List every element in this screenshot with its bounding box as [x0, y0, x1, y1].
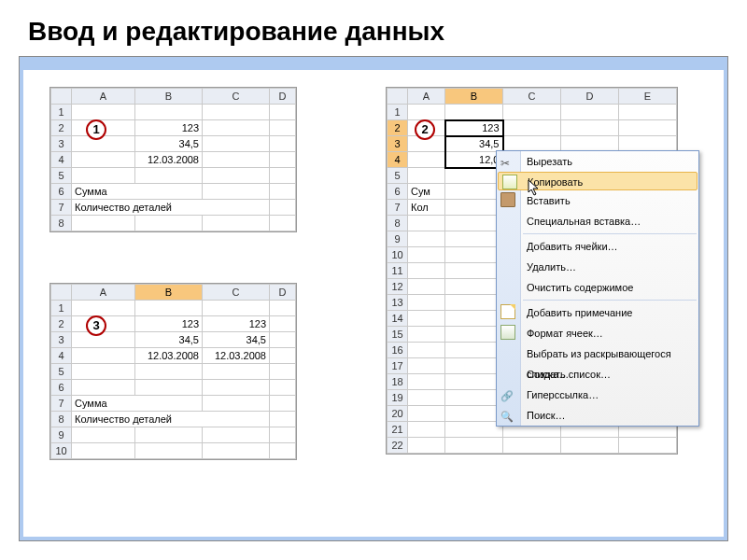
- col-header-a[interactable]: A: [408, 89, 445, 105]
- row-header[interactable]: 6: [51, 184, 72, 200]
- col-header-a[interactable]: A: [72, 89, 135, 105]
- menu-label: Специальная вставка…: [527, 216, 641, 227]
- cell[interactable]: Количество деталей: [72, 200, 270, 216]
- cell-selected[interactable]: 123: [445, 120, 503, 136]
- select-all[interactable]: [388, 89, 408, 105]
- row-header[interactable]: 10: [388, 247, 408, 263]
- cut-icon: [500, 153, 515, 168]
- row-header[interactable]: 3: [388, 136, 408, 152]
- col-header-e[interactable]: E: [619, 89, 677, 105]
- row-header[interactable]: 8: [51, 412, 72, 427]
- cell[interactable]: 123: [135, 120, 203, 136]
- cell[interactable]: 34,5: [135, 332, 203, 348]
- col-header-c[interactable]: C: [203, 285, 270, 301]
- callout-badge-1: 1: [86, 119, 106, 140]
- menu-item-create-list[interactable]: Создать список…: [497, 364, 698, 385]
- row-header[interactable]: 2: [51, 316, 72, 332]
- menu-item-pick-from-list[interactable]: Выбрать из раскрывающегося списка…: [497, 343, 698, 364]
- cell[interactable]: 12.03.2008: [135, 348, 203, 364]
- format-cells-icon: [500, 325, 515, 340]
- row-header[interactable]: 9: [388, 231, 408, 247]
- row-header[interactable]: 8: [51, 216, 72, 231]
- row-header[interactable]: 1: [388, 105, 408, 120]
- grid[interactable]: A B C D 1 2123123 334,534,5 412.03.20081…: [50, 284, 296, 459]
- row-header[interactable]: 6: [388, 184, 408, 200]
- row-header[interactable]: 5: [388, 168, 408, 184]
- row-header[interactable]: 5: [51, 168, 72, 184]
- grid[interactable]: A B C D 1 2123 334,5 412.03.2008 5 6Сумм…: [50, 88, 296, 231]
- row-header[interactable]: 5: [51, 364, 72, 380]
- menu-item-cut[interactable]: Вырезать: [497, 151, 698, 172]
- select-all[interactable]: [51, 89, 72, 105]
- menu-item-find[interactable]: Поиск…: [497, 405, 698, 426]
- row-header[interactable]: 21: [388, 422, 408, 438]
- menu-label: Поиск…: [527, 410, 565, 421]
- menu-item-comment[interactable]: Добавить примечание: [497, 302, 698, 323]
- row-header[interactable]: 7: [51, 200, 72, 216]
- menu-label: Вставить: [527, 195, 571, 206]
- menu-label: Вырезать: [527, 156, 572, 167]
- col-header-a[interactable]: A: [72, 285, 135, 301]
- select-all[interactable]: [51, 285, 72, 301]
- menu-item-insert-cells[interactable]: Добавить ячейки…: [497, 236, 698, 257]
- row-header[interactable]: 4: [388, 152, 408, 168]
- row-header[interactable]: 6: [51, 380, 72, 396]
- callout-badge-2: 2: [415, 119, 435, 140]
- row-header[interactable]: 7: [388, 200, 408, 216]
- col-header-d[interactable]: D: [561, 89, 619, 105]
- row-header[interactable]: 2: [51, 120, 72, 136]
- menu-item-clear[interactable]: Очистить содержимое: [497, 277, 698, 298]
- menu-item-hyperlink[interactable]: Гиперссылка…: [497, 385, 698, 405]
- row-header[interactable]: 22: [388, 438, 408, 454]
- row-header[interactable]: 15: [388, 327, 408, 343]
- row-header[interactable]: 13: [388, 295, 408, 311]
- cell[interactable]: 12,0: [445, 152, 503, 168]
- row-header[interactable]: 17: [388, 358, 408, 374]
- col-header-b[interactable]: B: [135, 89, 203, 105]
- col-header-c[interactable]: C: [203, 89, 270, 105]
- col-header-d[interactable]: D: [270, 285, 296, 301]
- col-header-b[interactable]: B: [445, 89, 503, 105]
- menu-item-paste-special[interactable]: Специальная вставка…: [497, 211, 698, 231]
- cell[interactable]: Кол: [408, 200, 445, 216]
- row-header[interactable]: 16: [388, 343, 408, 358]
- cell[interactable]: 34,5: [445, 136, 503, 152]
- row-header[interactable]: 20: [388, 406, 408, 422]
- menu-item-delete[interactable]: Удалить…: [497, 257, 698, 277]
- menu-separator: [523, 233, 697, 234]
- row-header[interactable]: 1: [51, 105, 72, 120]
- row-header[interactable]: 18: [388, 374, 408, 390]
- col-header-c[interactable]: C: [503, 89, 561, 105]
- row-header[interactable]: 4: [51, 152, 72, 168]
- row-header[interactable]: 3: [51, 332, 72, 348]
- hyperlink-icon: [500, 386, 515, 401]
- cell[interactable]: Сум: [408, 184, 445, 200]
- col-header-b[interactable]: B: [135, 285, 203, 301]
- row-header[interactable]: 2: [388, 120, 408, 136]
- page-title: Ввод и редактирование данных: [0, 0, 747, 56]
- cell[interactable]: Сумма: [72, 396, 203, 412]
- menu-item-format-cells[interactable]: Формат ячеек…: [497, 323, 698, 343]
- cell[interactable]: 123: [135, 316, 203, 332]
- cell[interactable]: 123: [203, 316, 270, 332]
- cell[interactable]: Сумма: [72, 184, 203, 200]
- context-menu: Вырезать Копировать Вставить Специальная…: [496, 150, 699, 427]
- cell[interactable]: Количество деталей: [72, 412, 270, 427]
- row-header[interactable]: 7: [51, 396, 72, 412]
- row-header[interactable]: 9: [51, 427, 72, 443]
- row-header[interactable]: 10: [51, 443, 72, 459]
- row-header[interactable]: 19: [388, 390, 408, 406]
- row-header[interactable]: 1: [51, 301, 72, 316]
- row-header[interactable]: 12: [388, 279, 408, 295]
- row-header[interactable]: 14: [388, 311, 408, 327]
- col-header-d[interactable]: D: [270, 89, 296, 105]
- row-header[interactable]: 8: [388, 216, 408, 231]
- cell[interactable]: 34,5: [135, 136, 203, 152]
- row-header[interactable]: 3: [51, 136, 72, 152]
- cell[interactable]: 12.03.2008: [203, 348, 270, 364]
- find-icon: [500, 407, 515, 422]
- cell[interactable]: 12.03.2008: [135, 152, 203, 168]
- cell[interactable]: 34,5: [203, 332, 270, 348]
- row-header[interactable]: 11: [388, 263, 408, 279]
- row-header[interactable]: 4: [51, 348, 72, 364]
